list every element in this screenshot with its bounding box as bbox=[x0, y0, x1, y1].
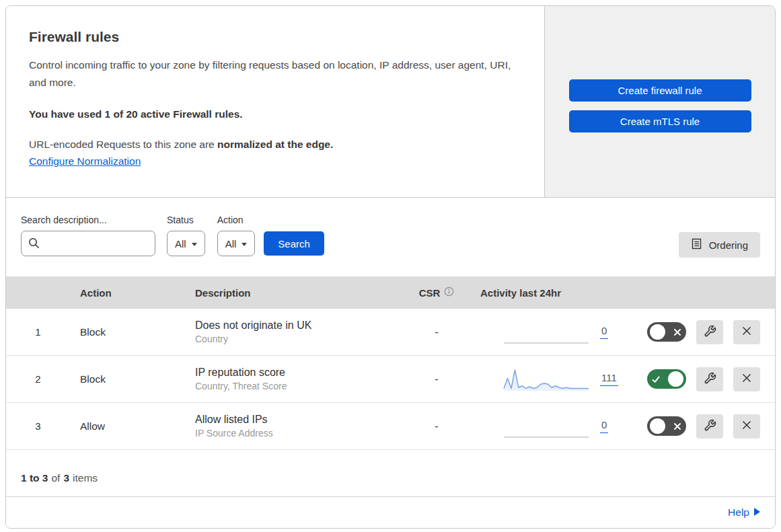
normalization-note: URL-encoded Requests to this zone are no… bbox=[29, 139, 517, 151]
ordering-button[interactable]: Ordering bbox=[679, 232, 760, 258]
csr-column-header: CSR bbox=[403, 287, 470, 299]
create-actions-panel: Create firewall rule Create mTLS rule bbox=[544, 6, 775, 197]
usage-summary: You have used 1 of 20 active Firewall ru… bbox=[29, 108, 517, 120]
delete-rule-button[interactable] bbox=[733, 367, 760, 391]
action-selected-value: All bbox=[225, 238, 237, 250]
activity-sparkline bbox=[503, 319, 590, 345]
intro-block: Firewall rules Control incoming traffic … bbox=[6, 6, 544, 197]
wrench-icon bbox=[704, 325, 716, 340]
activity-column-header: Activity last 24hr bbox=[470, 287, 625, 299]
edit-rule-button[interactable] bbox=[696, 320, 723, 344]
table-header: Action Description CSR Activity last 24h… bbox=[6, 276, 775, 309]
page-description: Control incoming traffic to your zone by… bbox=[29, 56, 513, 91]
close-icon bbox=[741, 420, 752, 432]
activity-count-link[interactable]: 111 bbox=[600, 372, 618, 386]
rule-match-fields: Country bbox=[195, 334, 403, 344]
activity-sparkline bbox=[503, 414, 590, 439]
rule-enable-toggle[interactable] bbox=[647, 416, 686, 436]
table-row: 3 Allow Allow listed IPs IP Source Addre… bbox=[6, 403, 775, 450]
toggle-state-icon bbox=[650, 375, 662, 384]
pagination-range: 1 to 3 bbox=[21, 472, 48, 484]
edit-rule-button[interactable] bbox=[696, 367, 723, 391]
filter-bar: Search description... Status All Action bbox=[6, 198, 775, 276]
rule-action: Allow bbox=[70, 420, 186, 432]
info-icon[interactable] bbox=[444, 287, 454, 299]
chevron-down-icon bbox=[192, 243, 197, 246]
create-firewall-rule-button[interactable]: Create firewall rule bbox=[569, 79, 751, 102]
rule-csr-value: - bbox=[403, 420, 470, 432]
description-column-header: Description bbox=[186, 287, 403, 299]
rule-enable-toggle[interactable] bbox=[647, 322, 686, 342]
toggle-state-icon bbox=[671, 422, 683, 430]
status-selected-value: All bbox=[175, 238, 186, 250]
rule-priority: 3 bbox=[6, 420, 70, 432]
help-footer: Help bbox=[6, 497, 775, 528]
rule-action: Block bbox=[70, 326, 186, 338]
delete-rule-button[interactable] bbox=[733, 414, 760, 439]
normalization-bold-text: normalized at the edge. bbox=[217, 139, 333, 150]
activity-count-link[interactable]: 0 bbox=[600, 325, 608, 339]
pagination-items: items bbox=[73, 472, 98, 484]
toggle-knob bbox=[650, 324, 665, 340]
rule-match-fields: IP Source Address bbox=[195, 428, 403, 439]
edit-rule-button[interactable] bbox=[696, 414, 723, 439]
table-body: 1 Block Does not originate in UK Country… bbox=[6, 309, 775, 450]
ordering-button-label: Ordering bbox=[709, 239, 748, 251]
search-input[interactable] bbox=[21, 231, 155, 256]
toggle-knob bbox=[650, 418, 665, 434]
search-button[interactable]: Search bbox=[264, 231, 324, 256]
rule-action: Block bbox=[70, 373, 186, 385]
page-title: Firewall rules bbox=[29, 29, 517, 45]
csr-header-label: CSR bbox=[419, 287, 441, 299]
configure-normalization-link[interactable]: Configure Normalization bbox=[29, 155, 141, 167]
pagination-summary: 1 to 3 of 3 items bbox=[6, 450, 775, 497]
wrench-icon bbox=[704, 372, 716, 387]
table-row: 1 Block Does not originate in UK Country… bbox=[6, 309, 775, 356]
chevron-down-icon bbox=[241, 243, 247, 246]
rule-csr-value: - bbox=[403, 373, 470, 385]
close-icon bbox=[741, 373, 752, 385]
rule-description: Does not originate in UK bbox=[195, 319, 403, 332]
rule-enable-toggle[interactable] bbox=[647, 369, 686, 389]
action-select[interactable]: All bbox=[217, 231, 256, 256]
firewall-rules-panel: Firewall rules Control incoming traffic … bbox=[5, 5, 776, 529]
arrow-right-icon bbox=[754, 506, 760, 519]
pagination-of: of bbox=[51, 472, 60, 484]
action-column-header: Action bbox=[70, 287, 186, 299]
search-label: Search description... bbox=[21, 215, 167, 225]
normalization-text: URL-encoded Requests to this zone are bbox=[29, 139, 217, 150]
help-link-label: Help bbox=[728, 506, 749, 519]
rule-csr-value: - bbox=[403, 326, 470, 338]
wrench-icon bbox=[704, 419, 716, 434]
close-icon bbox=[741, 326, 752, 338]
activity-sparkline bbox=[503, 367, 590, 392]
rule-priority: 2 bbox=[6, 373, 70, 385]
table-row: 2 Block IP reputation score Country, Thr… bbox=[6, 356, 775, 403]
rule-priority: 1 bbox=[6, 326, 70, 338]
status-filter-label: Status bbox=[167, 215, 205, 225]
toggle-knob bbox=[668, 371, 683, 387]
pagination-total: 3 bbox=[63, 472, 69, 484]
ordering-list-icon bbox=[691, 238, 702, 252]
action-filter-label: Action bbox=[217, 215, 256, 225]
status-select[interactable]: All bbox=[167, 231, 205, 256]
activity-count-link[interactable]: 0 bbox=[600, 419, 608, 433]
toggle-state-icon bbox=[671, 328, 683, 336]
rule-match-fields: Country, Threat Score bbox=[195, 381, 403, 391]
rule-description: Allow listed IPs bbox=[195, 414, 403, 426]
header-section: Firewall rules Control incoming traffic … bbox=[6, 6, 775, 198]
create-mtls-rule-button[interactable]: Create mTLS rule bbox=[569, 110, 751, 132]
rule-description: IP reputation score bbox=[195, 367, 403, 379]
delete-rule-button[interactable] bbox=[733, 320, 760, 344]
help-link[interactable]: Help bbox=[728, 506, 760, 519]
